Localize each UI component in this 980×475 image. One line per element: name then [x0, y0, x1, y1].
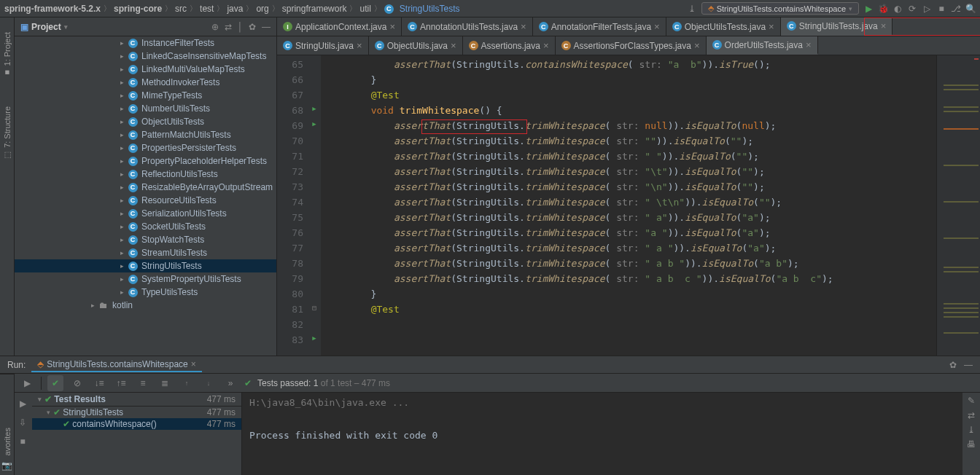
tree-item[interactable]: ▸CReflectionUtilsTests: [15, 168, 276, 181]
test-results-header[interactable]: ▾ ✔ Test Results 477 ms: [32, 393, 241, 407]
sort-icon[interactable]: ↓≡: [91, 375, 107, 391]
profile-button[interactable]: ⟳: [907, 4, 917, 14]
close-icon[interactable]: ×: [769, 21, 774, 32]
locate-icon[interactable]: ⊕: [211, 22, 219, 32]
console-output[interactable]: H:\java8_64\bin\java.exe ... Process fin…: [242, 393, 962, 475]
close-icon[interactable]: ×: [806, 39, 812, 50]
editor-tab[interactable]: CAnnotationFilterTests.java×: [533, 17, 666, 36]
sort2-icon[interactable]: ↑≡: [113, 375, 129, 391]
tree-item[interactable]: ▸CTypeUtilsTests: [15, 286, 276, 299]
tree-item[interactable]: ▸CStopWatchTests: [15, 233, 276, 246]
export-icon[interactable]: »: [222, 375, 238, 391]
run-panel: Run: ⬘ StringUtilsTests.containsWhitespa…: [0, 356, 980, 475]
minimap[interactable]: [936, 55, 980, 356]
hide-icon[interactable]: —: [964, 360, 973, 370]
tree-item[interactable]: ▸CSerializationUtilsTests: [15, 207, 276, 220]
tree-item[interactable]: ▸CNumberUtilsTests: [15, 102, 276, 115]
close-icon[interactable]: ×: [521, 21, 526, 32]
editor-tab[interactable]: CStringUtilsTests.java×: [781, 17, 893, 36]
camera-icon[interactable]: 📷: [1, 460, 12, 471]
editor-tab[interactable]: CAssertions.java×: [463, 36, 556, 55]
run-config-dropdown[interactable]: ⬘ StringUtilsTests.containsWhitespace ▾: [701, 2, 859, 15]
cont-button[interactable]: ▷: [922, 4, 932, 14]
editor-area: IApplicationContext.java×CAnnotationUtil…: [277, 17, 980, 356]
stop-button[interactable]: ■: [936, 4, 946, 14]
settings-icon[interactable]: ✿: [249, 22, 256, 32]
rerun-button[interactable]: ▶: [19, 375, 35, 391]
tree-item[interactable]: ▸CObjectUtilsTests: [15, 115, 276, 128]
gear-icon[interactable]: ✿: [949, 360, 957, 370]
tree-item[interactable]: ▸CResourceUtilsTests: [15, 194, 276, 207]
test-row[interactable]: ✔ containsWhitespace()477 ms: [32, 418, 241, 430]
collapse-icon[interactable]: │: [238, 22, 244, 32]
search-button[interactable]: 🔍: [965, 4, 976, 14]
build-icon[interactable]: ⤓: [687, 4, 697, 14]
down-icon[interactable]: ↓: [201, 375, 217, 391]
run-button[interactable]: ▶: [863, 4, 874, 14]
expand-icon[interactable]: ≡: [135, 375, 151, 391]
close-icon[interactable]: ×: [389, 21, 395, 32]
test-row[interactable]: ▾✔ StringUtilsTests477 ms: [32, 407, 241, 418]
close-icon[interactable]: ×: [694, 40, 700, 51]
editor-tab[interactable]: COrderUtilsTests.java×: [707, 36, 818, 55]
breadcrumb-bar: spring-framework-5.2.x〉spring-core〉src〉t…: [0, 0, 980, 17]
git-button[interactable]: ⎇: [951, 4, 961, 14]
scroll-icon[interactable]: ⇄: [225, 22, 232, 32]
show-ignored-icon[interactable]: ⊘: [69, 375, 85, 391]
print-icon[interactable]: 🖶: [967, 439, 976, 450]
run-title: Run:: [7, 360, 26, 370]
close-icon[interactable]: ×: [357, 40, 362, 51]
collapse-icon[interactable]: ≣: [157, 375, 173, 391]
tree-item[interactable]: ▸CInstanceFilterTests: [15, 36, 276, 50]
stop-side-button[interactable]: ■: [15, 433, 31, 450]
editor-tab[interactable]: CAnnotationUtilsTests.java×: [402, 17, 533, 36]
tree-item[interactable]: ▸CStringUtilsTests: [15, 259, 276, 272]
editor-tab[interactable]: CStringUtils.java×: [277, 36, 369, 55]
tree-item[interactable]: ▸CLinkedMultiValueMapTests: [15, 63, 276, 76]
project-title[interactable]: ▣Project▾: [20, 22, 68, 32]
close-icon[interactable]: ×: [451, 40, 456, 51]
tree-item[interactable]: ▸CMethodInvokerTests: [15, 76, 276, 89]
editor-tab[interactable]: CAssertionsForClassTypes.java×: [556, 36, 707, 55]
close-icon[interactable]: ×: [654, 21, 660, 32]
left-tool-strip: ■1: Project ⬚7: Structure: [0, 17, 15, 356]
tree-item[interactable]: ▸CStreamUtilsTests: [15, 246, 276, 259]
tree-item[interactable]: ▸CSocketUtilsTests: [15, 220, 276, 233]
pass-icon: ✔: [244, 378, 252, 388]
up-icon[interactable]: ↑: [179, 375, 195, 391]
tab-structure[interactable]: ⬚7: Structure: [2, 106, 12, 160]
close-icon[interactable]: ×: [191, 359, 196, 369]
run-tab[interactable]: ⬘ StringUtilsTests.containsWhitespace ×: [31, 358, 201, 372]
hide-icon[interactable]: —: [262, 22, 271, 32]
editor-tab[interactable]: IApplicationContext.java×: [277, 17, 402, 36]
editor-tab[interactable]: CObjectUtils.java×: [369, 36, 463, 55]
edit-icon[interactable]: ✎: [968, 396, 975, 406]
tree-item[interactable]: ▸CPropertiesPersisterTests: [15, 141, 276, 154]
tree-item[interactable]: ▸CLinkedCaseInsensitiveMapTests: [15, 50, 276, 63]
test-status: Tests passed: 1 of 1 test – 477 ms: [257, 378, 390, 388]
editor-tab[interactable]: CObjectUtilsTests.java×: [666, 17, 781, 36]
tree-item[interactable]: ▸CSystemPropertyUtilsTests: [15, 272, 276, 286]
coverage-button[interactable]: ◐: [892, 4, 903, 14]
tree-item[interactable]: ▸CMimeTypeTests: [15, 89, 276, 102]
project-panel: ▣Project▾ ⊕ ⇄ │ ✿ — ▸CInstanceFilterTest…: [15, 17, 277, 356]
close-icon[interactable]: ×: [881, 20, 887, 31]
tree-item[interactable]: ▸CResizableByteArrayOutputStream: [15, 181, 276, 194]
show-passed-icon[interactable]: ✔: [47, 375, 63, 391]
tab-project[interactable]: ■1: Project: [3, 32, 12, 77]
tree-item[interactable]: ▸CPropertyPlaceholderHelperTests: [15, 154, 276, 168]
tab-favorites[interactable]: avorites: [3, 428, 12, 456]
breadcrumb[interactable]: spring-framework-5.2.x〉spring-core〉src〉t…: [4, 3, 460, 14]
toggle-button[interactable]: ⇩: [15, 415, 31, 431]
wrap-icon[interactable]: ⇄: [968, 410, 975, 420]
tree-item[interactable]: ▸CPatternMatchUtilsTests: [15, 128, 276, 141]
scroll-end-icon[interactable]: ⤓: [968, 425, 975, 435]
close-icon[interactable]: ×: [543, 40, 549, 51]
rerun-side-button[interactable]: ▶: [15, 396, 31, 412]
debug-button[interactable]: 🐞: [878, 4, 888, 14]
